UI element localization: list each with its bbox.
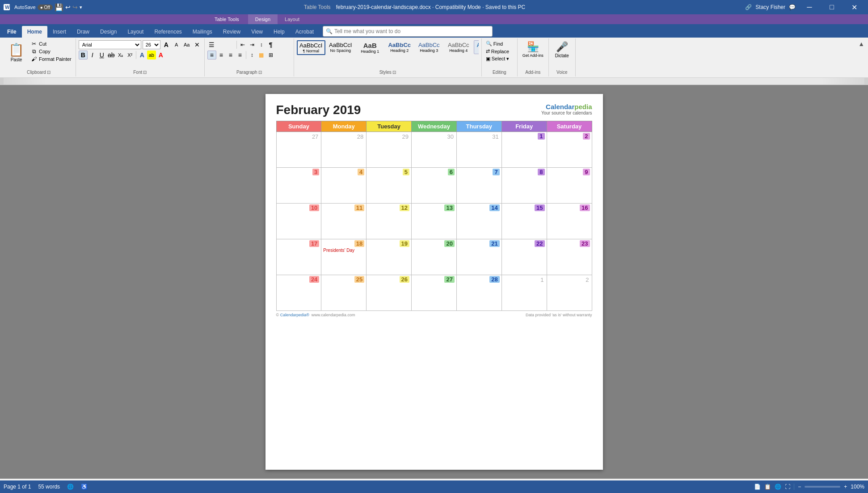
collapse-ribbon[interactable]: ▲ bbox=[858, 38, 866, 76]
print-layout-btn[interactable]: 📋 bbox=[764, 484, 771, 490]
language-btn[interactable]: 🌐 bbox=[67, 484, 74, 490]
superscript-btn[interactable]: X² bbox=[126, 51, 135, 60]
font-expand-icon[interactable]: ⊡ bbox=[143, 70, 147, 75]
highlight-btn[interactable]: ab bbox=[147, 51, 156, 60]
style-h3-preview: AaBbCc bbox=[418, 42, 440, 48]
clear-format-btn[interactable]: ✕ bbox=[193, 40, 202, 49]
tab-design[interactable]: Design bbox=[95, 26, 122, 38]
font-size-select[interactable]: 26 bbox=[143, 40, 160, 49]
separator3 bbox=[246, 51, 246, 59]
style-heading5[interactable]: AaBbCc Heading 5 bbox=[474, 40, 479, 54]
find-label: Find bbox=[493, 41, 503, 47]
calendar-cell: 5 bbox=[367, 168, 412, 204]
select-button[interactable]: ▣ Select ▾ bbox=[485, 55, 511, 62]
bold-btn[interactable]: B bbox=[79, 51, 88, 60]
strikethrough-btn[interactable]: ab bbox=[107, 51, 116, 60]
close-btn[interactable]: ✕ bbox=[844, 0, 864, 14]
share-btn[interactable]: 🔗 bbox=[745, 4, 752, 10]
add-ins-label: Add-ins bbox=[520, 69, 546, 76]
tab-acrobat[interactable]: Acrobat bbox=[290, 26, 319, 38]
style-heading3[interactable]: AaBbCc Heading 3 bbox=[415, 40, 443, 54]
styles-label: Styles ⊡ bbox=[297, 69, 479, 76]
autosave-toggle[interactable]: ● Off bbox=[38, 4, 53, 10]
font-color-btn[interactable]: A bbox=[156, 51, 165, 60]
borders-btn[interactable]: ⊞ bbox=[266, 51, 275, 60]
web-layout-btn[interactable]: 🌐 bbox=[775, 484, 781, 490]
redo-btn[interactable]: ↪ bbox=[72, 4, 78, 11]
tab-layout[interactable]: Layout bbox=[122, 26, 149, 38]
style-no-spacing[interactable]: AaBbCcI No Spacing bbox=[326, 40, 355, 54]
align-right-btn[interactable]: ≡ bbox=[226, 51, 235, 60]
undo-btn[interactable]: ↩ bbox=[65, 4, 71, 11]
line-spacing-btn[interactable]: ↕ bbox=[248, 51, 257, 60]
dictate-button[interactable]: 🎤 Dictate bbox=[553, 40, 571, 59]
calendar-cell: 28 bbox=[456, 275, 501, 311]
style-heading1[interactable]: AaB Heading 1 bbox=[356, 40, 384, 55]
focus-mode-btn[interactable]: ⛶ bbox=[785, 484, 790, 490]
show-hide-btn[interactable]: ¶ bbox=[266, 40, 275, 49]
italic-btn[interactable]: I bbox=[88, 51, 97, 60]
paste-button[interactable]: 📋 Paste bbox=[4, 40, 28, 64]
subscript-btn[interactable]: X₂ bbox=[116, 51, 125, 60]
restore-btn[interactable]: □ bbox=[822, 0, 842, 14]
search-bar[interactable]: 🔍 bbox=[323, 26, 493, 37]
day-number: 22 bbox=[535, 240, 544, 247]
tab-mailings[interactable]: Mailings bbox=[187, 26, 218, 38]
paragraph-expand-icon[interactable]: ⊡ bbox=[258, 70, 262, 75]
style-normal[interactable]: AaBbCcI ¶ Normal bbox=[297, 40, 325, 55]
tab-review[interactable]: Review bbox=[218, 26, 246, 38]
accessibility-btn[interactable]: ♿ bbox=[81, 484, 88, 490]
change-case-btn[interactable]: Aa bbox=[182, 40, 191, 49]
tab-help[interactable]: Help bbox=[268, 26, 290, 38]
format-painter-button[interactable]: 🖌 Format Painter bbox=[29, 55, 73, 63]
get-add-ins-button[interactable]: 🏪 Get Add-ins bbox=[521, 40, 545, 59]
center-btn[interactable]: ≡ bbox=[217, 51, 226, 60]
tab-home[interactable]: Home bbox=[22, 26, 47, 38]
font-shrink-btn[interactable]: A bbox=[172, 40, 181, 49]
ruler-left-handle[interactable] bbox=[0, 78, 4, 85]
zoom-out-btn[interactable]: − bbox=[798, 484, 801, 490]
tab-references[interactable]: References bbox=[149, 26, 187, 38]
word-icon[interactable]: W bbox=[4, 4, 10, 10]
minimize-btn[interactable]: ─ bbox=[799, 0, 820, 14]
day-event: Presidents' Day bbox=[323, 247, 364, 253]
tab-insert[interactable]: Insert bbox=[47, 26, 72, 38]
style-no-spacing-label: No Spacing bbox=[330, 48, 351, 53]
cut-button[interactable]: ✂ Cut bbox=[29, 40, 73, 47]
copy-button[interactable]: ⧉ Copy bbox=[29, 48, 73, 55]
tab-table-design[interactable]: Design bbox=[248, 14, 278, 24]
numbering-btn[interactable] bbox=[217, 40, 226, 49]
font-grow-btn[interactable]: A bbox=[162, 40, 171, 49]
bullets-btn[interactable]: ☰ bbox=[207, 40, 216, 49]
styles-expand-icon[interactable]: ⊡ bbox=[392, 70, 396, 75]
justify-btn[interactable]: ≡ bbox=[236, 51, 244, 60]
comments-btn[interactable]: 💬 bbox=[789, 4, 796, 10]
increase-indent-btn[interactable]: ⇥ bbox=[248, 40, 257, 49]
zoom-in-btn[interactable]: + bbox=[844, 484, 847, 490]
style-heading4[interactable]: AaBbCc Heading 4 bbox=[444, 40, 473, 54]
text-effects-btn[interactable]: A bbox=[138, 51, 147, 60]
shading-btn[interactable]: ▦ bbox=[257, 51, 266, 60]
tab-view[interactable]: View bbox=[246, 26, 268, 38]
style-h2-preview: AaBbCc bbox=[388, 42, 411, 48]
customize-btn[interactable]: ▾ bbox=[80, 4, 82, 10]
clipboard-expand-icon[interactable]: ⊡ bbox=[47, 70, 51, 75]
tab-draw[interactable]: Draw bbox=[72, 26, 95, 38]
style-heading2[interactable]: AaBbCc Heading 2 bbox=[385, 40, 414, 54]
calendarpedia-link[interactable]: Calendarpedia® bbox=[280, 313, 309, 317]
sort-btn[interactable]: ↕ bbox=[257, 40, 266, 49]
multilevel-btn[interactable] bbox=[226, 40, 235, 49]
underline-btn[interactable]: U bbox=[97, 51, 106, 60]
replace-button[interactable]: ⇄ Replace bbox=[485, 48, 510, 55]
search-input[interactable] bbox=[334, 28, 459, 34]
tab-table-layout[interactable]: Layout bbox=[278, 14, 307, 24]
font-top-row: Arial 26 A A Aa ✕ bbox=[79, 40, 202, 49]
font-family-select[interactable]: Arial bbox=[79, 40, 141, 49]
find-button[interactable]: 🔍 Find bbox=[485, 40, 504, 47]
tab-file[interactable]: File bbox=[2, 26, 22, 38]
zoom-slider[interactable] bbox=[805, 486, 840, 488]
decrease-indent-btn[interactable]: ⇤ bbox=[238, 40, 247, 49]
align-left-btn[interactable]: ≡ bbox=[207, 51, 216, 60]
read-mode-btn[interactable]: 📄 bbox=[754, 484, 761, 490]
save-btn[interactable]: 💾 bbox=[55, 3, 63, 12]
